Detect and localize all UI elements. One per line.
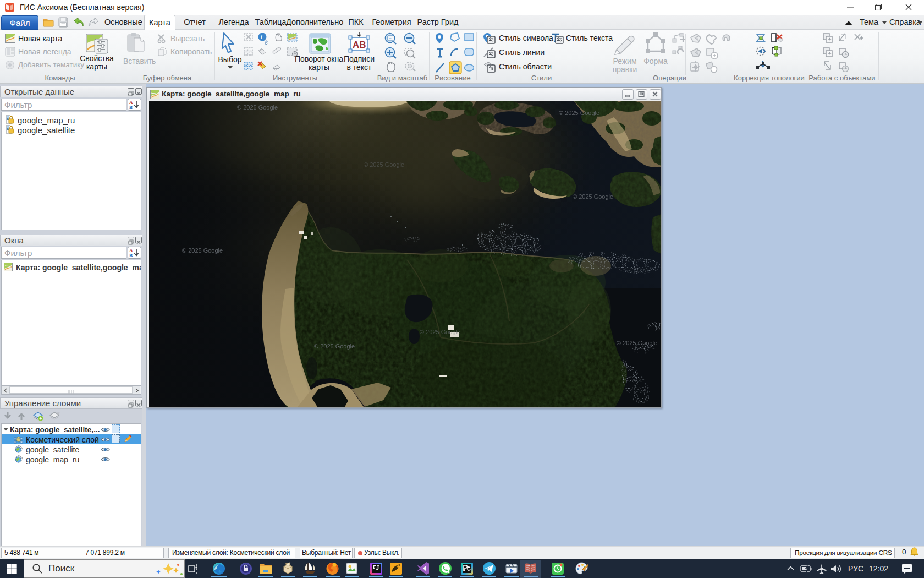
svg-text:© 2025 Google: © 2025 Google: [364, 161, 404, 168]
svg-text:© 2025 Google: © 2025 Google: [314, 343, 355, 350]
svg-text:© 2025 Google: © 2025 Google: [237, 104, 278, 111]
svg-text:© 2025 Google: © 2025 Google: [182, 247, 223, 254]
svg-text:B: B: [129, 253, 133, 258]
svg-text:B: B: [129, 105, 133, 110]
svg-text:© 2025 Google: © 2025 Google: [559, 110, 600, 116]
svg-text:i: i: [261, 34, 262, 40]
svg-text:© 2025 Google: © 2025 Google: [617, 340, 657, 346]
svg-text:AB: AB: [353, 40, 366, 50]
svg-text:© 2025 Google: © 2025 Google: [420, 329, 460, 335]
svg-text:© 2025 Google: © 2025 Google: [573, 193, 613, 200]
